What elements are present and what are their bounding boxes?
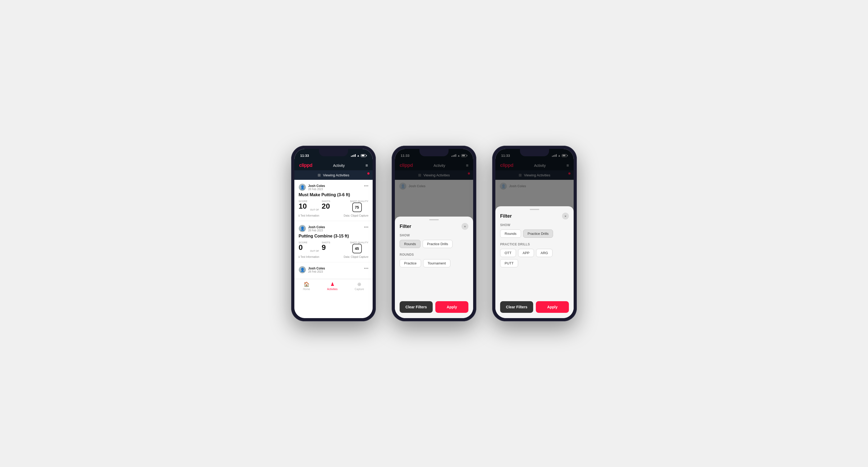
shot-quality-group: Shot Quality 45 <box>350 241 368 253</box>
close-icon: × <box>564 214 566 218</box>
sheet-handle-bar <box>495 206 574 211</box>
clear-filters-button[interactable]: Clear Filters <box>400 301 433 313</box>
nav-home[interactable]: 🏠 Home <box>303 281 310 291</box>
score-value: 10 <box>299 203 308 210</box>
chip-practice-drills[interactable]: Practice Drills <box>523 229 553 238</box>
more-button[interactable]: ••• <box>364 266 368 271</box>
sheet-handle <box>530 209 539 210</box>
card-footer: ℹ Test Information Data: Clippd Capture <box>299 255 368 258</box>
practice-section-label: Practice Drills <box>500 243 569 246</box>
shot-quality-value: 75 <box>355 205 359 210</box>
menu-icon[interactable]: ≡ <box>366 163 368 168</box>
chip-app[interactable]: APP <box>518 249 534 257</box>
capture-icon: ⊕ <box>357 281 361 287</box>
filter-title: Filter <box>400 224 411 229</box>
chip-practice[interactable]: Practice <box>400 259 421 267</box>
user-details: Josh Coles 28 Feb 2023 <box>308 267 325 273</box>
activity-card: 👤 Josh Coles 28 Feb 2023 ••• Putting Co <box>294 221 373 262</box>
show-section-label: Show <box>500 223 569 227</box>
clear-filters-button[interactable]: Clear Filters <box>500 301 533 313</box>
screen-1: 11:33 ▲ <box>294 149 373 318</box>
card-header: 👤 Josh Coles 28 Feb 2023 ••• <box>299 184 368 191</box>
notch <box>420 149 448 156</box>
avatar: 👤 <box>299 266 306 274</box>
phone-1: 11:33 ▲ <box>291 146 376 321</box>
filter-sheet: Filter × Show Rounds <box>495 206 574 318</box>
chip-putt[interactable]: PUTT <box>500 259 518 267</box>
avatar: 👤 <box>299 225 306 232</box>
header-title: Activity <box>333 163 345 168</box>
screen-3: 11:33 ▲ <box>495 149 574 318</box>
more-button[interactable]: ••• <box>364 225 368 229</box>
chip-rounds[interactable]: Rounds <box>500 229 521 238</box>
data-source: Data: Clippd Capture <box>344 214 368 217</box>
show-section-label: Show <box>400 234 468 237</box>
activity-card: 👤 Josh Coles 28 Feb 2023 ••• Must Make <box>294 180 373 221</box>
chip-tournament[interactable]: Tournament <box>423 259 451 267</box>
nav-capture[interactable]: ⊕ Capture <box>355 281 364 291</box>
viewing-banner[interactable]: ⊞ Viewing Activities <box>294 170 373 180</box>
user-name: Josh Coles <box>308 184 325 188</box>
shot-quality-label: Shot Quality <box>350 241 368 244</box>
battery-icon <box>361 154 367 157</box>
apply-button[interactable]: Apply <box>435 301 468 313</box>
sheet-header: Filter × <box>495 211 574 223</box>
info-icon: ℹ <box>299 255 300 258</box>
show-chips: Rounds Practice Drills <box>500 229 569 238</box>
stats-row: Score 10 OUT OF Shots 20 Shot Quality <box>299 200 368 212</box>
shot-quality-value: 45 <box>355 246 359 251</box>
activities-list: 👤 Josh Coles 28 Feb 2023 ••• Must Make <box>294 180 373 279</box>
shots-group: Shots 20 <box>321 200 330 210</box>
chip-ott[interactable]: OTT <box>500 249 516 257</box>
sheet-header: Filter × <box>395 221 473 234</box>
user-date: 28 Feb 2023 <box>308 229 325 232</box>
score-group: Score 10 <box>299 200 308 210</box>
screen-2: 11:33 ▲ <box>395 149 473 318</box>
chip-arg[interactable]: ARG <box>536 249 553 257</box>
score-value: 0 <box>299 244 308 251</box>
activities-icon: ♟ <box>330 281 335 287</box>
score-group: Score 0 <box>299 241 308 251</box>
close-button[interactable]: × <box>462 223 468 230</box>
info-icon: ℹ <box>299 214 300 217</box>
phone-3: 11:33 ▲ <box>492 146 577 321</box>
bottom-nav: 🏠 Home ♟ Activities ⊕ Capture <box>294 279 373 296</box>
card-header: 👤 Josh Coles 28 Feb 2023 ••• <box>299 225 368 232</box>
activity-card: 👤 Josh Coles 28 Feb 2023 ••• <box>294 262 373 279</box>
practice-chips: OTT APP ARG PUTT <box>500 249 569 267</box>
filter-icon: ⊞ <box>318 173 321 177</box>
wifi-icon: ▲ <box>357 154 360 157</box>
shot-quality-badge: 45 <box>352 244 362 253</box>
nav-activities[interactable]: ♟ Activities <box>327 281 338 291</box>
filter-overlay: Filter × Show Rounds <box>395 149 473 318</box>
out-of-label: OUT OF <box>310 208 319 211</box>
shot-quality-label: Shot Quality <box>350 200 368 203</box>
apply-button[interactable]: Apply <box>536 301 569 313</box>
notification-dot <box>367 173 369 175</box>
nav-capture-label: Capture <box>355 288 364 291</box>
test-info: ℹ Test Information <box>299 214 319 217</box>
user-name: Josh Coles <box>308 267 325 270</box>
user-info: 👤 Josh Coles 28 Feb 2023 <box>299 184 325 191</box>
shots-value: 9 <box>321 244 330 251</box>
close-icon: × <box>464 224 466 228</box>
nav-activities-label: Activities <box>327 288 338 291</box>
chip-rounds[interactable]: Rounds <box>400 240 421 248</box>
card-header: 👤 Josh Coles 28 Feb 2023 ••• <box>299 266 368 274</box>
rounds-chips: Practice Tournament <box>400 259 468 267</box>
activity-title: Putting Combine (3-15 ft) <box>299 234 368 239</box>
rounds-section-label: Rounds <box>400 253 468 256</box>
show-chips: Rounds Practice Drills <box>400 240 468 248</box>
signal-icon <box>351 154 356 157</box>
user-details: Josh Coles 28 Feb 2023 <box>308 184 325 191</box>
chip-practice-drills[interactable]: Practice Drills <box>423 240 453 248</box>
avatar: 👤 <box>299 184 306 191</box>
more-button[interactable]: ••• <box>364 184 368 188</box>
app-logo: clippd <box>299 163 312 168</box>
user-details: Josh Coles 28 Feb 2023 <box>308 225 325 232</box>
activity-title: Must Make Putting (3-6 ft) <box>299 192 368 197</box>
status-icons: ▲ <box>351 154 367 157</box>
notch <box>319 149 348 156</box>
close-button[interactable]: × <box>562 213 569 219</box>
filter-title: Filter <box>500 213 512 219</box>
